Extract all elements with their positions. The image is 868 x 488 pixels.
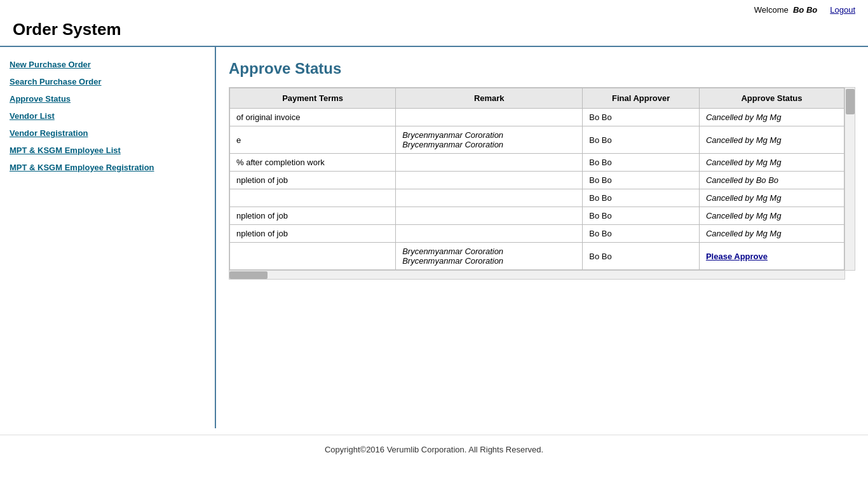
cell-approve-status: Cancelled by Mg Mg [699,189,844,207]
cell-final-approver: Bo Bo [583,189,700,207]
table-row: npletion of jobBo BoCancelled by Bo Bo [230,172,844,189]
cell-payment-terms [230,243,396,270]
approve-status-table: Payment Terms Remark Final Approver Appr… [229,88,844,270]
cell-remark [396,225,583,243]
cell-remark [396,207,583,225]
horizontal-scrollbar-area[interactable] [229,271,845,280]
sidebar-link-vendor-registration[interactable]: Vendor Registration [10,128,88,138]
cell-payment-terms: e [230,126,396,154]
col-header-remark: Remark [396,88,583,109]
vertical-scrollbar[interactable] [844,88,855,270]
username: Bo Bo [793,5,817,15]
table-row: Brycenmyanmar CororationBrycenmyanmar Co… [230,243,844,270]
logout-button[interactable]: Logout [830,5,855,15]
cell-remark [396,189,583,207]
cell-remark: Brycenmyanmar CororationBrycenmyanmar Co… [396,126,583,154]
copyright-text: Copyright©2016 Verumlib Corporation. All… [325,445,543,454]
table-row: Bo BoCancelled by Mg Mg [230,189,844,207]
welcome-label: Welcome [754,5,789,15]
cell-remark [396,109,583,126]
cell-payment-terms: % after completion work [230,154,396,172]
horizontal-scroll-thumb[interactable] [229,271,268,279]
top-bar: Welcome Bo Bo Logout [0,0,868,20]
sidebar-item-mpt-ksgm-employee-list[interactable]: MPT & KSGM Employee List [10,146,205,155]
cell-final-approver: Bo Bo [583,225,700,243]
table-row: of original invoiceBo BoCancelled by Mg … [230,109,844,126]
scroll-thumb[interactable] [846,89,855,114]
col-header-payment-terms: Payment Terms [230,88,396,109]
please-approve-link[interactable]: Please Approve [706,252,768,261]
cell-payment-terms: of original invoice [230,109,396,126]
cell-approve-status: Cancelled by Mg Mg [699,126,844,154]
welcome-text: Welcome Bo Bo [754,5,817,15]
app-title: Order System [0,20,868,47]
cell-remark: Brycenmyanmar CororationBrycenmyanmar Co… [396,243,583,270]
table-row: eBrycenmyanmar CororationBrycenmyanmar C… [230,126,844,154]
cell-approve-status: Cancelled by Bo Bo [699,172,844,189]
cell-approve-status: Cancelled by Mg Mg [699,225,844,243]
cell-approve-status: Cancelled by Mg Mg [699,154,844,172]
sidebar-link-new-purchase-order[interactable]: New Purchase Order [10,60,91,69]
cell-final-approver: Bo Bo [583,109,700,126]
sidebar-link-search-purchase-order[interactable]: Search Purchase Order [10,77,102,86]
main-layout: New Purchase Order Search Purchase Order… [0,47,868,428]
sidebar-link-mpt-ksgm-employee-registration[interactable]: MPT & KSGM Employee Registration [10,163,154,172]
col-header-final-approver: Final Approver [583,88,700,109]
table-row: npletion of jobBo BoCancelled by Mg Mg [230,207,844,225]
table-row: % after completion workBo BoCancelled by… [230,154,844,172]
sidebar-item-vendor-registration[interactable]: Vendor Registration [10,128,205,138]
cell-final-approver: Bo Bo [583,207,700,225]
cell-final-approver: Bo Bo [583,154,700,172]
sidebar-item-mpt-ksgm-employee-registration[interactable]: MPT & KSGM Employee Registration [10,163,205,172]
cell-payment-terms: npletion of job [230,207,396,225]
footer: Copyright©2016 Verumlib Corporation. All… [0,435,868,464]
sidebar-nav: New Purchase Order Search Purchase Order… [10,60,205,172]
col-header-approve-status: Approve Status [699,88,844,109]
sidebar-item-new-purchase-order[interactable]: New Purchase Order [10,60,205,69]
cell-payment-terms: npletion of job [230,225,396,243]
sidebar-item-approve-status[interactable]: Approve Status [10,94,205,104]
table-container: Payment Terms Remark Final Approver Appr… [229,87,855,271]
cell-payment-terms: npletion of job [230,172,396,189]
cell-final-approver: Bo Bo [583,126,700,154]
cell-approve-status: Cancelled by Mg Mg [699,109,844,126]
sidebar-link-approve-status[interactable]: Approve Status [10,94,71,104]
sidebar-item-vendor-list[interactable]: Vendor List [10,111,205,121]
cell-final-approver: Bo Bo [583,172,700,189]
content-area: Approve Status Payment Terms Remark Fina… [216,47,868,428]
sidebar-link-mpt-ksgm-employee-list[interactable]: MPT & KSGM Employee List [10,146,121,155]
sidebar-item-search-purchase-order[interactable]: Search Purchase Order [10,77,205,86]
cell-payment-terms [230,189,396,207]
table-header-row: Payment Terms Remark Final Approver Appr… [230,88,844,109]
cell-approve-status: Cancelled by Mg Mg [699,207,844,225]
table-row: npletion of jobBo BoCancelled by Mg Mg [230,225,844,243]
page-title: Approve Status [229,60,855,78]
cell-remark [396,154,583,172]
sidebar-link-vendor-list[interactable]: Vendor List [10,111,55,121]
cell-final-approver: Bo Bo [583,243,700,270]
cell-approve-status[interactable]: Please Approve [699,243,844,270]
sidebar: New Purchase Order Search Purchase Order… [0,47,216,428]
cell-remark [396,172,583,189]
